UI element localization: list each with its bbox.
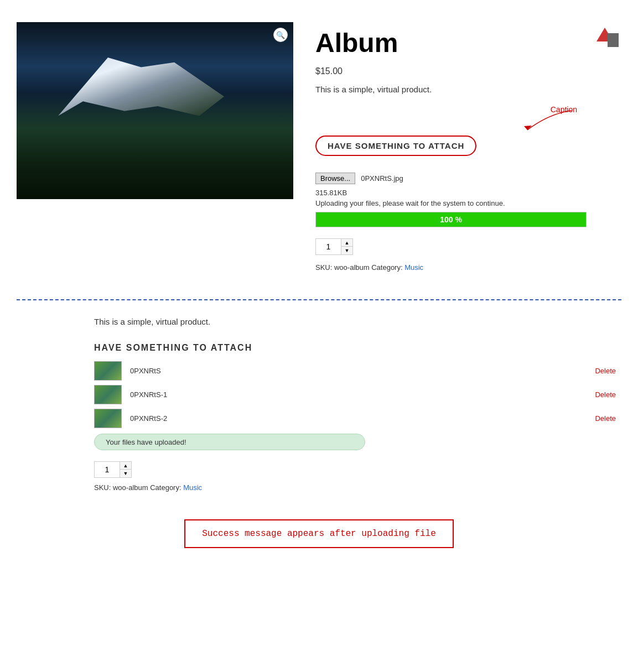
bottom-quantity-input-wrapper[interactable]: ▲ ▼ xyxy=(94,461,132,478)
bottom-quantity-arrows: ▲ ▼ xyxy=(120,462,131,477)
product-description: This is a simple, virtual product. xyxy=(315,85,621,94)
upload-section-title: HAVE SOMETHING TO ATTACH xyxy=(328,141,464,150)
svg-marker-1 xyxy=(608,33,619,47)
product-image xyxy=(17,22,293,199)
upload-status-text: Uploading your files, please wait for th… xyxy=(315,199,621,207)
progress-bar-container: 100 % xyxy=(315,212,587,227)
file-item-name: 0PXNRtS-2 xyxy=(130,414,587,423)
sku-value: woo-album xyxy=(334,263,370,272)
annotation-box: Success message appears after uploading … xyxy=(184,519,453,548)
selected-file-name: 0PXNRtS.jpg xyxy=(361,174,403,183)
success-message-container: Your files have uploaded! xyxy=(94,434,365,450)
product-title: Album xyxy=(315,28,621,58)
mountain-decoration xyxy=(58,58,224,155)
file-thumbnail xyxy=(94,361,122,381)
list-item: 0PXNRtS Delete xyxy=(94,361,616,381)
file-item-name: 0PXNRtS xyxy=(130,367,587,375)
file-thumbnail xyxy=(94,409,122,428)
file-item-name: 0PXNRtS-1 xyxy=(130,390,587,399)
zoom-icon[interactable]: 🔍 xyxy=(273,28,288,42)
list-item: 0PXNRtS-2 Delete xyxy=(94,409,616,428)
brand-logo-icon xyxy=(591,22,621,53)
upload-section-title-container: HAVE SOMETHING TO ATTACH xyxy=(315,136,476,156)
progress-bar-fill: 100 % xyxy=(316,212,586,227)
bottom-sku-value: woo-album xyxy=(113,483,148,492)
bottom-category-label: Category: xyxy=(150,483,183,492)
bottom-category-link[interactable]: Music xyxy=(183,483,202,492)
annotation-wrapper: Success message appears after uploading … xyxy=(11,519,627,548)
progress-label: 100 % xyxy=(440,215,462,224)
page-wrapper: 🔍 Album $15.00 This is a simple, virtual… xyxy=(0,0,638,559)
upload-area: HAVE SOMETHING TO ATTACH xyxy=(315,136,621,164)
category-link[interactable]: Music xyxy=(404,263,423,272)
annotation-text: Success message appears after uploading … xyxy=(202,529,435,539)
sku-label: SKU: xyxy=(315,263,334,272)
caption-annotation-area: Caption xyxy=(315,105,621,136)
quantity-input[interactable] xyxy=(316,239,341,254)
bottom-section: This is a simple, virtual product. HAVE … xyxy=(11,311,627,503)
delete-button[interactable]: Delete xyxy=(595,414,616,423)
file-list: 0PXNRtS Delete 0PXNRtS-1 Delete 0PXNRtS-… xyxy=(94,361,616,428)
product-price: $15.00 xyxy=(315,66,621,76)
list-item: 0PXNRtS-1 Delete xyxy=(94,385,616,404)
sku-line: SKU: woo-album Category: Music xyxy=(315,263,621,272)
product-details: Album $15.00 This is a simple, virtual p… xyxy=(315,22,621,272)
file-thumbnail xyxy=(94,385,122,404)
file-size: 315.81KB xyxy=(315,189,621,197)
caption-arrow-svg xyxy=(516,108,583,136)
bottom-upload-title: HAVE SOMETHING TO ATTACH xyxy=(94,343,616,353)
bottom-quantity-up-button[interactable]: ▲ xyxy=(120,462,131,470)
success-message-wrapper: Your files have uploaded! xyxy=(94,434,616,450)
section-divider xyxy=(17,299,621,300)
top-section: 🔍 Album $15.00 This is a simple, virtual… xyxy=(11,11,627,288)
bottom-quantity-section: ▲ ▼ xyxy=(94,461,616,478)
bottom-quantity-input[interactable] xyxy=(95,462,120,477)
success-message-text: Your files have uploaded! xyxy=(106,438,186,446)
bottom-description: This is a simple, virtual product. xyxy=(94,317,616,326)
quantity-arrows: ▲ ▼ xyxy=(341,239,352,254)
logo-container xyxy=(591,22,621,54)
bottom-quantity-down-button[interactable]: ▼ xyxy=(120,470,131,477)
bottom-sku-line: SKU: woo-album Category: Music xyxy=(94,483,616,492)
product-image-container: 🔍 xyxy=(17,22,293,199)
browse-button[interactable]: Browse... xyxy=(315,173,355,184)
quantity-down-button[interactable]: ▼ xyxy=(341,247,352,254)
file-input-row: Browse... 0PXNRtS.jpg xyxy=(315,173,621,184)
category-label: Category: xyxy=(371,263,404,272)
delete-button[interactable]: Delete xyxy=(595,390,616,399)
bottom-sku-label: SKU: xyxy=(94,483,113,492)
quantity-section: ▲ ▼ xyxy=(315,238,621,255)
quantity-up-button[interactable]: ▲ xyxy=(341,239,352,247)
quantity-input-wrapper[interactable]: ▲ ▼ xyxy=(315,238,353,255)
delete-button[interactable]: Delete xyxy=(595,367,616,375)
